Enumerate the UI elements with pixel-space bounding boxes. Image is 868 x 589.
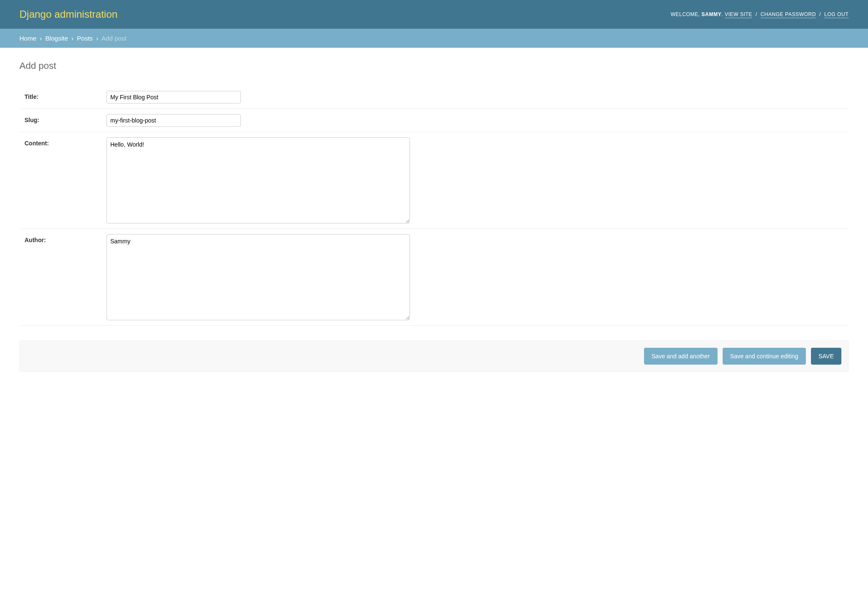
content-label: Content: [25, 137, 106, 224]
save-add-another-button[interactable]: Save and add another [644, 348, 718, 365]
page-title: Add post [19, 60, 849, 71]
logout-link[interactable]: LOG OUT [824, 11, 849, 18]
change-password-link[interactable]: CHANGE PASSWORD [761, 11, 816, 18]
form-row-author: Author: Sammy [19, 229, 849, 326]
title-input[interactable] [106, 91, 241, 104]
title-label: Title: [25, 91, 106, 104]
submit-row: Save and add another Save and continue e… [19, 341, 849, 372]
form-row-slug: Slug: [19, 109, 849, 132]
form-row-title: Title: [19, 86, 849, 109]
period: . [721, 11, 723, 17]
save-button[interactable]: SAVE [811, 348, 841, 365]
separator: / [818, 11, 823, 17]
author-label: Author: [25, 234, 106, 320]
author-textarea[interactable]: Sammy [106, 234, 410, 320]
breadcrumb-home[interactable]: Home [19, 35, 36, 42]
breadcrumb-current: Add post [101, 35, 126, 42]
username: SAMMY [701, 11, 721, 17]
user-tools: WELCOME, SAMMY. VIEW SITE / CHANGE PASSW… [671, 11, 849, 17]
slug-input[interactable] [106, 114, 241, 127]
separator: / [754, 11, 759, 17]
content-textarea[interactable]: Hello, World! [106, 137, 410, 224]
welcome-text: WELCOME, [671, 11, 700, 17]
breadcrumb: Home › Blogsite › Posts › Add post [0, 29, 868, 48]
breadcrumb-sep: › [70, 35, 75, 42]
save-continue-button[interactable]: Save and continue editing [723, 348, 806, 365]
slug-label: Slug: [25, 114, 106, 127]
site-title: Django administration [19, 8, 117, 20]
content-area: Add post Title: Slug: Content: Hello, Wo… [0, 48, 868, 384]
admin-header: Django administration WELCOME, SAMMY. VI… [0, 0, 868, 29]
form-row-content: Content: Hello, World! [19, 132, 849, 229]
breadcrumb-app[interactable]: Blogsite [45, 35, 68, 42]
breadcrumb-sep: › [38, 35, 44, 42]
breadcrumb-model[interactable]: Posts [77, 35, 93, 42]
breadcrumb-sep: › [95, 35, 100, 42]
view-site-link[interactable]: VIEW SITE [725, 11, 752, 18]
